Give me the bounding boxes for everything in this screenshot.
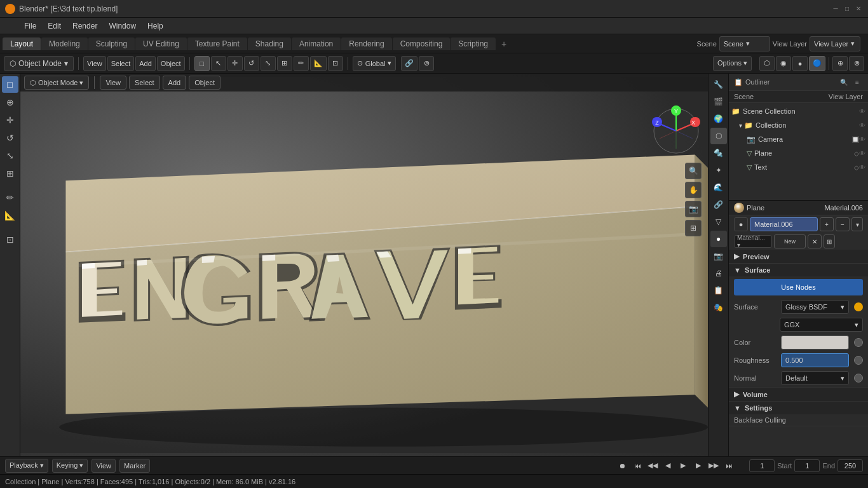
object-props-icon[interactable]: ⬡ [710, 128, 727, 144]
grid-view-btn[interactable]: ⊞ [685, 220, 702, 236]
outliner-collection[interactable]: ▾ 📁 Collection 👁 [729, 118, 868, 132]
tab-sculpting[interactable]: Sculpting [88, 37, 135, 50]
menu-window[interactable]: Window [104, 20, 141, 32]
volume-header[interactable]: ▶ Volume [729, 388, 868, 401]
view-btn[interactable]: View [92, 459, 116, 473]
unlink-material-btn[interactable]: ✕ [808, 234, 822, 248]
outliner-camera[interactable]: 📷 Camera 🔲 👁 [729, 132, 868, 146]
prev-keyframe-btn[interactable]: ◀◀ [646, 459, 659, 472]
minimize-button[interactable]: ─ [831, 4, 840, 13]
tab-scripting[interactable]: Scripting [451, 37, 496, 50]
tab-uv-editing[interactable]: UV Editing [135, 37, 187, 50]
playback-btn[interactable]: Playback ▾ [5, 459, 48, 473]
start-frame-input[interactable] [794, 459, 820, 472]
move-btn[interactable]: ✛ [2, 112, 18, 128]
add-obj-btn[interactable]: ⊡ [2, 231, 18, 248]
jump-start-btn[interactable]: ⏮ [631, 459, 644, 472]
material-nodes-btn[interactable]: ⊞ [824, 234, 835, 248]
roughness-field[interactable]: 0.500 [781, 353, 849, 367]
menu-help[interactable]: Help [142, 20, 168, 32]
tab-modeling[interactable]: Modeling [41, 37, 88, 50]
object-button[interactable]: Object [157, 56, 185, 71]
outliner-scene-collection[interactable]: 📁 Scene Collection 👁 [729, 104, 868, 118]
annotate-btn[interactable]: ✏ [2, 189, 18, 206]
outliner-plane[interactable]: ▽ Plane ◇ 👁 [729, 146, 868, 160]
material-name-field[interactable]: Material.006 [750, 217, 818, 231]
use-nodes-button[interactable]: Use Nodes [734, 279, 863, 295]
transform-btn[interactable]: ⊞ [2, 165, 18, 182]
menu-render[interactable]: Render [67, 20, 102, 32]
plane-visibility[interactable]: 👁 [859, 150, 865, 157]
prev-frame-btn[interactable]: ◀ [661, 459, 674, 472]
jump-end-btn[interactable]: ⏭ [722, 459, 735, 472]
gizmo-btn[interactable]: ⊗ [849, 56, 864, 71]
modifier-props-icon[interactable]: 🔩 [710, 145, 727, 161]
tab-texture-paint[interactable]: Texture Paint [187, 37, 247, 50]
move-tool[interactable]: ✛ [227, 56, 243, 71]
menu-file[interactable]: File [19, 20, 41, 32]
measure-btn[interactable]: 📐 [2, 207, 18, 224]
options-dropdown[interactable]: Options ▾ [713, 56, 752, 71]
snap-button[interactable]: 🔗 [401, 56, 417, 71]
add-button[interactable]: Add [135, 56, 156, 71]
proportional-edit[interactable]: ⊚ [419, 56, 434, 71]
tab-compositing[interactable]: Compositing [393, 37, 451, 50]
color-swatch[interactable] [781, 336, 849, 349]
keying-btn[interactable]: Keying ▾ [52, 459, 88, 473]
tab-shading[interactable]: Shading [248, 37, 291, 50]
mode-selector[interactable]: ⬡ Object Mode ▾ [4, 56, 74, 71]
tab-layout[interactable]: Layout [3, 37, 41, 50]
next-frame-btn[interactable]: ▶ [692, 459, 705, 472]
cursor-btn[interactable]: ⊕ [2, 94, 18, 111]
render-props-icon[interactable]: 📷 [710, 248, 727, 264]
rendered-shading[interactable]: 🔵 [809, 56, 825, 71]
rotate-tool[interactable]: ↺ [244, 56, 259, 71]
tab-rendering[interactable]: Rendering [341, 37, 391, 50]
add-cube-tool[interactable]: ⊡ [328, 56, 343, 71]
pan-btn[interactable]: ✋ [685, 182, 702, 198]
constraint-props-icon[interactable]: 🔗 [710, 196, 727, 213]
surface-header[interactable]: ▼ Surface [729, 264, 868, 276]
outliner-filter-icon[interactable]: 🔍 [838, 76, 850, 88]
maximize-button[interactable]: □ [843, 4, 851, 13]
blender-icon[interactable] [3, 20, 15, 32]
viewport[interactable]: ⬡ Object Mode ▾ View Select Add Object X… [20, 74, 708, 456]
new-material-btn[interactable]: New [774, 234, 806, 248]
tab-animation[interactable]: Animation [292, 37, 341, 50]
tool-props-icon[interactable]: 🔧 [710, 76, 727, 93]
view-button[interactable]: View [83, 56, 106, 71]
world-props-icon[interactable]: 🌍 [710, 111, 727, 127]
distribution-dropdown[interactable]: GGX ▾ [780, 318, 863, 332]
scale-btn[interactable]: ⤡ [2, 147, 18, 164]
material-add-btn[interactable]: + [820, 217, 834, 231]
viewport-select-btn[interactable]: Select [129, 76, 160, 90]
material-type-dropdown[interactable]: ● [734, 217, 748, 231]
annotate-tool[interactable]: ✏ [294, 56, 309, 71]
solid-shading[interactable]: ◉ [776, 56, 791, 71]
particle-props-icon[interactable]: ✦ [710, 162, 727, 179]
collection-visibility[interactable]: 👁 [859, 122, 865, 129]
surface-shader-dropdown[interactable]: Glossy BSDF ▾ [781, 300, 849, 314]
settings-header[interactable]: ▼ Settings [729, 402, 868, 414]
viewport-object-btn[interactable]: Object [189, 76, 220, 90]
scene-props-icon[interactable]: 🎬 [710, 93, 727, 110]
viewport-mode-btn[interactable]: ⬡ Object Mode ▾ [24, 76, 89, 90]
output-props-icon[interactable]: 🖨 [710, 265, 727, 281]
close-button[interactable]: ✕ [854, 4, 863, 13]
material-minus-btn[interactable]: − [836, 217, 850, 231]
material-browse-btn[interactable]: Material... ▾ [734, 235, 772, 248]
normal-dropdown[interactable]: Default ▾ [781, 371, 849, 385]
record-btn[interactable]: ⏺ [616, 459, 628, 472]
camera-view-btn[interactable]: 📷 [685, 201, 702, 217]
material-shading[interactable]: ● [792, 56, 808, 71]
outliner-text[interactable]: ▽ Text ◇ 👁 [729, 160, 868, 174]
color-dot[interactable] [854, 338, 863, 347]
roughness-dot[interactable] [854, 356, 863, 365]
wireframe-shading[interactable]: ⬡ [759, 56, 775, 71]
preview-header[interactable]: ▶ Preview [729, 250, 868, 263]
viewport-add-btn[interactable]: Add [163, 76, 187, 90]
material-props-icon[interactable]: ● [710, 231, 727, 247]
select-tool-btn[interactable]: □ [2, 76, 18, 93]
view-layer-selector[interactable]: View Layer ▾ [810, 36, 860, 51]
material-more-btn[interactable]: ▾ [851, 217, 863, 231]
